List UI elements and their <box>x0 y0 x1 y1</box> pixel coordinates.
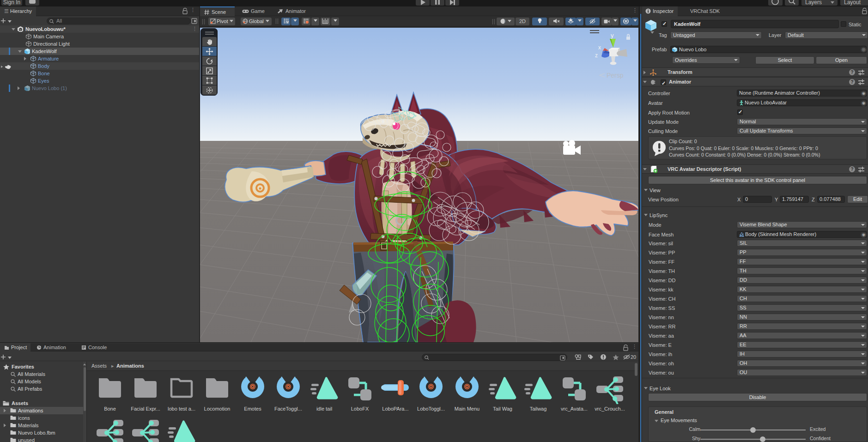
svg-text:Persp: Persp <box>607 72 624 79</box>
svg-text:y: y <box>611 32 614 39</box>
svg-text:Y: Y <box>286 20 289 24</box>
svg-text:x: x <box>598 44 601 51</box>
svg-text:z: z <box>595 52 598 59</box>
